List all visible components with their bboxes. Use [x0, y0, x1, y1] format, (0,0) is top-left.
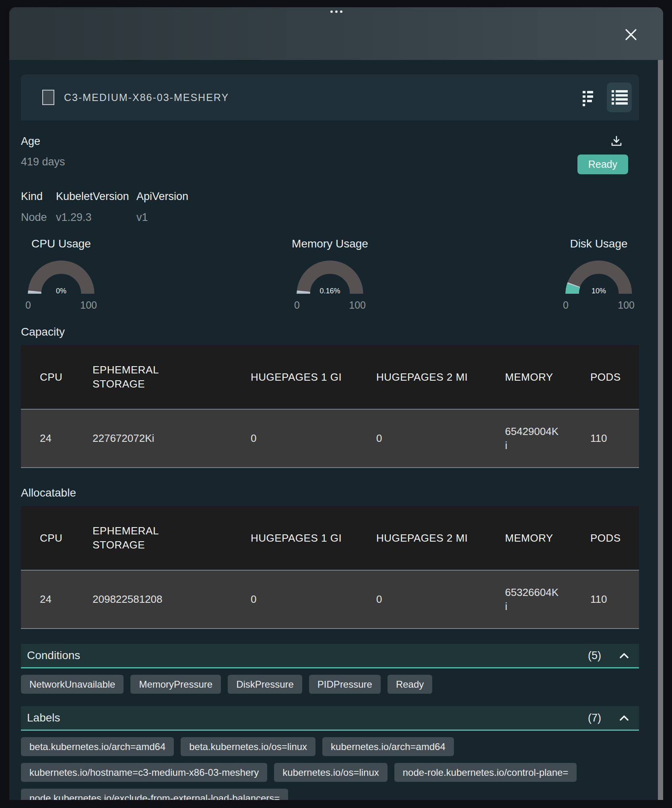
col-cpu: CPU — [40, 531, 59, 545]
capacity-table: CPU EPHEMERAL STORAGE HUGEPAGES 1 GI HUG… — [21, 345, 639, 468]
cell-hugepages-1gi: 0 — [251, 592, 256, 606]
memory-usage-value: 0.16% — [297, 287, 363, 295]
list-view-icon[interactable] — [607, 82, 632, 112]
conditions-title: Conditions — [27, 649, 588, 662]
cell-cpu: 24 — [40, 592, 52, 606]
node-title: C3-MEDIUM-X86-03-MESHERY — [64, 92, 575, 103]
api-version-value: v1 — [136, 211, 241, 224]
cpu-usage-value: 0% — [28, 287, 95, 295]
kind-label: Kind — [21, 190, 56, 203]
cell-hugepages-2mi: 0 — [376, 431, 382, 445]
disk-usage-gauge: Disk Usage 10% 0 100 — [559, 237, 639, 311]
cell-pods: 110 — [590, 431, 607, 445]
gauge-max-label: 100 — [618, 299, 635, 311]
tree-view-icon[interactable] — [575, 82, 600, 112]
gauge-min-label: 0 — [25, 299, 31, 311]
select-checkbox[interactable] — [42, 90, 54, 105]
col-hugepages-2mi: HUGEPAGES 2 MI — [376, 370, 468, 384]
labels-chip-list: beta.kubernetes.io/arch=amd64 beta.kuber… — [21, 737, 639, 800]
cell-hugepages-1gi: 0 — [251, 431, 256, 445]
label-chip: node.kubernetes.io/exclude-from-external… — [21, 789, 288, 800]
allocatable-table: CPU EPHEMERAL STORAGE HUGEPAGES 1 GI HUG… — [21, 506, 639, 629]
label-chip: node-role.kubernetes.io/control-plane= — [394, 763, 577, 782]
label-chip: beta.kubernetes.io/os=linux — [181, 737, 315, 756]
capacity-table-row: 24 227672072Ki 0 0 65429004Ki 110 — [21, 410, 639, 468]
resource-card-header: C3-MEDIUM-X86-03-MESHERY — [21, 74, 639, 120]
cell-ephemeral-storage: 209822581208 — [93, 592, 163, 606]
condition-chip: MemoryPressure — [130, 675, 221, 694]
condition-chip: PIDPressure — [309, 675, 381, 694]
labels-count: (7) — [588, 712, 601, 724]
cell-hugepages-2mi: 0 — [376, 592, 382, 606]
col-cpu: CPU — [40, 370, 59, 384]
node-details-modal: C3-MEDIUM-X86-03-MESHERY — [9, 7, 663, 800]
col-pods: PODS — [590, 531, 619, 545]
api-version-label: ApiVersion — [136, 190, 241, 203]
memory-usage-gauge: Memory Usage 0.16% 0 100 — [290, 237, 370, 311]
gauge-max-label: 100 — [349, 299, 366, 311]
col-memory: MEMORY — [505, 531, 553, 545]
condition-chip: NetworkUnavailable — [21, 675, 124, 694]
close-icon[interactable] — [624, 27, 638, 42]
modal-title-bar — [9, 7, 663, 60]
conditions-section-header[interactable]: Conditions (5) — [21, 644, 639, 668]
cpu-usage-title: CPU Usage — [31, 237, 91, 250]
memory-usage-title: Memory Usage — [292, 237, 368, 250]
label-chip: kubernetes.io/hostname=c3-medium-x86-03-… — [21, 763, 267, 782]
col-hugepages-2mi: HUGEPAGES 2 MI — [376, 531, 468, 545]
col-memory: MEMORY — [505, 370, 553, 384]
conditions-count: (5) — [588, 649, 601, 662]
col-ephemeral-storage: EPHEMERAL STORAGE — [93, 363, 197, 391]
col-ephemeral-storage: EPHEMERAL STORAGE — [93, 524, 197, 552]
allocatable-table-header: CPU EPHEMERAL STORAGE HUGEPAGES 1 GI HUG… — [21, 506, 639, 571]
drag-handle-icon[interactable] — [330, 10, 342, 13]
allocatable-table-row: 24 209822581208 0 0 65326604Ki 110 — [21, 571, 639, 629]
cell-memory: 65326604Ki — [505, 585, 561, 614]
capacity-table-header: CPU EPHEMERAL STORAGE HUGEPAGES 1 GI HUG… — [21, 345, 639, 410]
labels-section-header[interactable]: Labels (7) — [21, 706, 639, 731]
usage-gauges: CPU Usage 0% 0 100 Me — [21, 237, 639, 311]
gauge-max-label: 100 — [80, 299, 97, 311]
status-badge: Ready — [577, 155, 628, 174]
kind-value: Node — [21, 211, 56, 224]
labels-title: Labels — [27, 711, 588, 724]
vertical-scrollbar[interactable] — [658, 60, 663, 800]
col-hugepages-1gi: HUGEPAGES 1 GI — [251, 531, 342, 545]
cell-memory: 65429004Ki — [505, 425, 561, 453]
gauge-min-label: 0 — [563, 299, 569, 311]
allocatable-title: Allocatable — [21, 486, 639, 499]
cell-ephemeral-storage: 227672072Ki — [93, 431, 154, 445]
chevron-up-icon[interactable] — [619, 714, 629, 721]
cpu-usage-gauge: CPU Usage 0% 0 100 — [21, 237, 101, 311]
cell-pods: 110 — [590, 592, 607, 606]
condition-chip: DiskPressure — [228, 675, 302, 694]
label-chip: kubernetes.io/os=linux — [274, 763, 387, 782]
col-pods: PODS — [590, 370, 619, 384]
modal-body: C3-MEDIUM-X86-03-MESHERY — [9, 60, 663, 800]
cell-cpu: 24 — [40, 431, 52, 445]
gauge-min-label: 0 — [294, 299, 300, 311]
age-value: 419 days — [21, 156, 65, 168]
disk-usage-value: 10% — [565, 287, 632, 295]
conditions-chip-list: NetworkUnavailable MemoryPressure DiskPr… — [21, 675, 639, 694]
chevron-up-icon[interactable] — [619, 652, 629, 659]
disk-usage-title: Disk Usage — [570, 237, 627, 250]
capacity-title: Capacity — [21, 326, 639, 338]
kubelet-version-label: KubeletVersion — [56, 190, 136, 203]
kubelet-version-value: v1.29.3 — [56, 211, 136, 224]
download-icon[interactable] — [610, 135, 623, 147]
condition-chip: Ready — [388, 675, 432, 694]
label-chip: kubernetes.io/arch=amd64 — [322, 737, 454, 756]
col-hugepages-1gi: HUGEPAGES 1 GI — [251, 370, 342, 384]
age-label: Age — [21, 135, 65, 148]
label-chip: beta.kubernetes.io/arch=amd64 — [21, 737, 174, 756]
